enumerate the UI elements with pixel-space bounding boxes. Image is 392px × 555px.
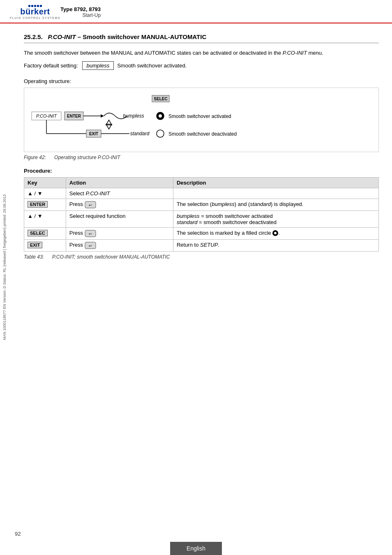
side-margin-text: MAN 1000118577 EN Version: D Status: RL … xyxy=(2,194,7,340)
svg-text:ENTER: ENTER xyxy=(67,114,81,118)
factory-value: bumpless xyxy=(82,61,114,70)
desc-cell-3: bumpless = smooth switchover activated s… xyxy=(173,210,378,227)
operating-structure-diagram: SELEC P.CO-INIT ENTER bumpless EXIT xyxy=(24,88,379,152)
table-caption: Table 43: P.CO-INIT; smooth switchover M… xyxy=(24,254,379,260)
desc-cell-5: Return to SETUP. xyxy=(173,239,378,251)
svg-text:P.CO-INIT: P.CO-INIT xyxy=(36,113,57,118)
logo-subtitle: FLUID CONTROL SYSTEMS xyxy=(10,16,60,19)
table-row: ▲ / ▼ Select required function bumpless … xyxy=(24,210,379,227)
svg-text:Smooth switchover activated: Smooth switchover activated xyxy=(168,113,231,119)
key-cell-3: ▲ / ▼ xyxy=(24,210,66,227)
intro-text-2: menu. xyxy=(307,50,323,56)
procedure-table: Key Action Description ▲ / ▼ Select P.CO… xyxy=(24,177,379,252)
table-caption-text: P.CO-INIT; smooth switchover MANUAL-AUTO… xyxy=(52,254,170,260)
procedure-heading: Procedure: xyxy=(24,168,379,174)
operating-label: Operating structure: xyxy=(24,78,379,84)
desc-cell-4: The selection is marked by a filled circ… xyxy=(173,227,378,239)
intro-text-1: The smooth switchover between the MANUAL… xyxy=(24,50,283,56)
enter-badge: ENTER xyxy=(28,201,48,208)
burkert-logo: bürkert FLUID CONTROL SYSTEMS xyxy=(10,5,60,19)
table-row: SELEC Press ↩ The selection is marked by… xyxy=(24,227,379,239)
svg-text:standard: standard xyxy=(130,131,150,136)
knob-icon: ↩ xyxy=(85,201,96,208)
action-text-1: Select P.CO-INIT xyxy=(69,190,110,197)
svg-text:↩: ↩ xyxy=(89,244,92,248)
col-key: Key xyxy=(24,177,66,188)
svg-marker-7 xyxy=(101,114,104,118)
col-action: Action xyxy=(66,177,173,188)
action-text-2: Press ↩ xyxy=(69,201,96,207)
factory-desc: Smooth switchover activated. xyxy=(117,62,187,69)
action-cell-2: Press ↩ xyxy=(66,199,173,210)
desc-cell-1 xyxy=(173,188,378,199)
main-content: 25.2.5. P.CO-INIT – Smooth switchover MA… xyxy=(9,23,392,275)
logo-name: bürkert xyxy=(20,7,50,16)
svg-text:EXIT: EXIT xyxy=(89,132,98,136)
section-title-italic: P.CO-INIT xyxy=(48,33,76,40)
side-margin: MAN 1000118577 EN Version: D Status: RL … xyxy=(0,82,9,452)
figure-caption: Figure 42: Operating structure P.CO-INIT xyxy=(24,155,379,160)
key-cell-1: ▲ / ▼ xyxy=(24,188,66,199)
svg-text:↩: ↩ xyxy=(89,203,92,207)
action-cell-1: Select P.CO-INIT xyxy=(66,188,173,199)
key-cell-5: EXIT xyxy=(24,239,66,251)
factory-label: Factory default setting: xyxy=(24,62,78,69)
page-header: bürkert FLUID CONTROL SYSTEMS Type 8792,… xyxy=(0,0,392,23)
key-cell-4: SELEC xyxy=(24,227,66,239)
diagram-svg: SELEC P.CO-INIT ENTER bumpless EXIT xyxy=(31,95,368,144)
svg-text:SELEC: SELEC xyxy=(154,97,167,101)
section-title-rest: – Smooth switchover MANUAL-AUTOMATIC xyxy=(76,33,206,40)
header-info: Type 8792, 8793 Start-Up xyxy=(60,6,101,18)
table-header-row: Key Action Description xyxy=(24,177,379,188)
intro-pcoinit: P.CO-INIT xyxy=(283,50,307,56)
figure-label: Figure 42: xyxy=(24,155,46,160)
knob-icon-3: ↩ xyxy=(85,242,96,249)
knob-icon-2: ↩ xyxy=(85,230,96,237)
document-section: Start-Up xyxy=(60,12,101,18)
svg-text:↩: ↩ xyxy=(89,232,92,236)
key-cell-2: ENTER xyxy=(24,199,66,210)
svg-point-20 xyxy=(157,130,164,137)
triangle-key-1: ▲ / ▼ xyxy=(28,190,43,197)
desc-cell-2: The selection (bumpless) and (standard) … xyxy=(173,199,378,210)
col-description: Description xyxy=(173,177,378,188)
action-cell-5: Press ↩ xyxy=(66,239,173,251)
document-type: Type 8792, 8793 xyxy=(60,6,101,12)
table-row: EXIT Press ↩ Return to SETUP. xyxy=(24,239,379,251)
intro-paragraph: The smooth switchover between the MANUAL… xyxy=(24,49,379,57)
table-caption-label: Table 43: xyxy=(24,254,44,260)
svg-text:bumpless: bumpless xyxy=(123,113,144,119)
svg-point-18 xyxy=(159,114,162,118)
action-text-4: Press ↩ xyxy=(69,230,96,236)
action-text-5: Press ↩ xyxy=(69,242,96,248)
selec-badge: SELEC xyxy=(28,230,48,236)
section-number: 25.2.5. xyxy=(24,33,43,40)
exit-badge: EXIT xyxy=(28,242,42,248)
triangle-key-3: ▲ / ▼ xyxy=(28,213,43,219)
action-text-3: Select required function xyxy=(69,213,126,219)
action-cell-3: Select required function xyxy=(66,210,173,227)
svg-text:Smooth switchover deactivated: Smooth switchover deactivated xyxy=(168,131,237,137)
language-tab[interactable]: English xyxy=(170,542,222,555)
factory-default-row: Factory default setting: bumpless Smooth… xyxy=(24,61,379,70)
section-heading: 25.2.5. P.CO-INIT – Smooth switchover MA… xyxy=(24,33,379,43)
figure-text: Operating structure P.CO-INIT xyxy=(54,155,120,160)
table-row: ENTER Press ↩ The selection (bumpless) a… xyxy=(24,199,379,210)
page-number: 92 xyxy=(15,531,21,537)
table-row: ▲ / ▼ Select P.CO-INIT xyxy=(24,188,379,199)
action-cell-4: Press ↩ xyxy=(66,227,173,239)
